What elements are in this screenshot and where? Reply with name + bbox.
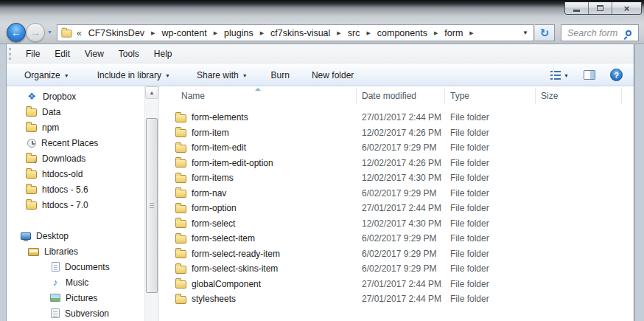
- address-dropdown-icon[interactable]: ▼: [522, 30, 528, 36]
- table-row[interactable]: form-option 27/01/2017 2:44 PM File fold…: [159, 201, 634, 216]
- column-header-type[interactable]: Type: [445, 88, 536, 104]
- sidebar-item-htdocs-56[interactable]: htdocs - 5.6: [7, 182, 144, 197]
- preview-pane-button[interactable]: [580, 68, 599, 82]
- scrollbar-up-arrow[interactable]: ▲: [145, 86, 158, 99]
- table-row[interactable]: globalComponent 27/01/2017 2:44 PM File …: [159, 277, 634, 292]
- refresh-icon: ↻: [540, 27, 550, 40]
- breadcrumb-components[interactable]: components: [376, 27, 429, 40]
- sidebar-item-data[interactable]: Data: [7, 104, 144, 120]
- sidebar-item-recent-places[interactable]: Recent Places: [7, 135, 144, 151]
- column-header-size[interactable]: Size: [536, 88, 622, 104]
- refresh-button[interactable]: ↻: [535, 24, 555, 41]
- folder-icon: [175, 266, 186, 274]
- sidebar-item-subversion[interactable]: Subversion: [7, 306, 144, 321]
- breadcrumb-form[interactable]: form: [443, 27, 464, 40]
- sidebar-item-dropbox[interactable]: ❖ Dropbox: [7, 89, 144, 104]
- column-headers: Name Date modified Type Size: [159, 86, 634, 106]
- breadcrumb-separator-icon[interactable]: ▶: [469, 30, 473, 36]
- sidebar-item-htdocs-70[interactable]: htdocs - 7.0: [7, 197, 144, 213]
- change-view-button[interactable]: ▼: [547, 69, 573, 82]
- search-icon[interactable]: [626, 30, 631, 36]
- sidebar-item-htdocs-old[interactable]: htdocs-old: [7, 166, 144, 182]
- breadcrumb-separator-icon[interactable]: ▶: [366, 30, 370, 36]
- history-dropdown[interactable]: ▼: [47, 30, 52, 35]
- table-row[interactable]: form-items 12/02/2017 4:30 PM File folde…: [159, 170, 634, 186]
- organize-button[interactable]: Organize ▼: [20, 67, 74, 83]
- breadcrumb-separator-icon[interactable]: ▶: [214, 30, 217, 36]
- include-in-library-label: Include in library: [97, 70, 161, 80]
- folder-icon: [26, 201, 37, 210]
- sidebar-item-libraries[interactable]: Libraries: [7, 244, 144, 259]
- table-row[interactable]: stylesheets 27/01/2017 2:44 PM File fold…: [159, 291, 634, 307]
- sidebar-item-documents[interactable]: Documents: [7, 259, 144, 275]
- table-row[interactable]: form-nav 6/02/2017 9:29 PM File folder: [159, 186, 634, 201]
- table-row[interactable]: form-select-skins-item 6/02/2017 9:29 PM…: [159, 261, 634, 277]
- breadcrumb-cf7skinsdev[interactable]: CF7SkinsDev: [87, 27, 146, 40]
- views-icon: [550, 71, 561, 80]
- close-icon: ×: [624, 4, 630, 13]
- menu-tools[interactable]: Tools: [111, 46, 147, 61]
- menu-view[interactable]: View: [77, 46, 111, 61]
- breadcrumb-separator-icon[interactable]: ▶: [434, 30, 438, 36]
- folder-icon: [175, 190, 186, 198]
- menu-edit[interactable]: Edit: [47, 46, 77, 61]
- table-row[interactable]: form-select-ready-item 6/02/2017 9:29 PM…: [159, 246, 634, 262]
- sidebar-item-npm[interactable]: npm: [7, 120, 144, 135]
- close-button[interactable]: ×: [612, 2, 641, 14]
- sidebar-item-desktop[interactable]: Desktop: [7, 228, 144, 244]
- chevron-down-icon: ▼: [242, 72, 248, 78]
- forward-button[interactable]: →: [26, 23, 45, 42]
- minimize-button[interactable]: [565, 2, 589, 14]
- file-type: File folder: [445, 203, 536, 213]
- table-row[interactable]: form-item-edit-option 12/02/2017 4:26 PM…: [159, 156, 634, 171]
- address-bar[interactable]: « CF7SkinsDev ▶ wp-content ▶ plugins ▶ c…: [57, 24, 534, 41]
- sidebar-item-downloads[interactable]: Downloads: [7, 151, 144, 166]
- sidebar-item-pictures[interactable]: Pictures: [7, 290, 144, 306]
- file-date: 6/02/2017 9:29 PM: [357, 263, 445, 274]
- folder-icon: [175, 129, 186, 137]
- file-rows: form-elements 27/01/2017 2:44 PM File fo…: [159, 106, 634, 307]
- title-bar: × ← → ▼ « CF7SkinsDev ▶ wp-content ▶ plu…: [0, 0, 644, 44]
- share-with-label: Share with: [197, 70, 239, 80]
- table-row[interactable]: form-item-edit 6/02/2017 9:29 PM File fo…: [159, 140, 634, 156]
- file-date: 27/01/2017 2:44 PM: [357, 203, 445, 213]
- file-date: 6/02/2017 9:29 PM: [357, 188, 445, 199]
- breadcrumb-wp-content[interactable]: wp-content: [161, 27, 209, 40]
- search-input[interactable]: [561, 25, 626, 41]
- scrollbar-thumb[interactable]: [146, 118, 158, 293]
- column-header-date-modified[interactable]: Date modified: [357, 88, 445, 104]
- new-folder-button[interactable]: New folder: [307, 67, 358, 83]
- share-with-button[interactable]: Share with ▼: [192, 67, 252, 83]
- back-button[interactable]: ←: [7, 23, 26, 42]
- menu-help[interactable]: Help: [147, 46, 180, 61]
- file-type: File folder: [445, 218, 536, 229]
- include-in-library-button[interactable]: Include in library ▼: [93, 67, 175, 83]
- menu-file[interactable]: File: [18, 46, 47, 61]
- dropbox-icon: ❖: [26, 91, 38, 102]
- table-row[interactable]: form-select-item 6/02/2017 9:29 PM File …: [159, 231, 634, 246]
- breadcrumb-overflow-chevron[interactable]: «: [77, 28, 82, 38]
- sidebar-scrollbar[interactable]: ▲: [144, 86, 159, 321]
- folder-icon: [175, 145, 186, 153]
- sidebar-item-music[interactable]: ♪ Music: [7, 275, 144, 290]
- breadcrumb-cf7skins-visual[interactable]: cf7skins-visual: [269, 27, 332, 40]
- breadcrumb-src[interactable]: src: [346, 27, 362, 40]
- burn-button[interactable]: Burn: [267, 67, 294, 83]
- breadcrumb-plugins[interactable]: plugins: [223, 27, 255, 40]
- folder-icon: [26, 170, 37, 179]
- help-button[interactable]: ?: [606, 66, 626, 83]
- folder-icon: [175, 220, 186, 228]
- breadcrumb-separator-icon[interactable]: ▶: [260, 30, 264, 36]
- file-type: File folder: [445, 128, 536, 138]
- file-type: File folder: [445, 279, 536, 289]
- file-name: form-item-edit-option: [192, 158, 273, 168]
- breadcrumb-separator-icon[interactable]: ▶: [337, 30, 340, 36]
- restore-button[interactable]: [589, 2, 612, 14]
- table-row[interactable]: form-elements 27/01/2017 2:44 PM File fo…: [159, 110, 634, 125]
- table-row[interactable]: form-select 12/02/2017 4:30 PM File fold…: [159, 216, 634, 232]
- folder-icon: [26, 108, 37, 117]
- sidebar-item-label: Dropbox: [43, 92, 76, 102]
- folder-icon: [26, 186, 37, 194]
- breadcrumb-separator-icon[interactable]: ▶: [151, 30, 155, 36]
- table-row[interactable]: form-item 12/02/2017 4:26 PM File folder: [159, 125, 634, 141]
